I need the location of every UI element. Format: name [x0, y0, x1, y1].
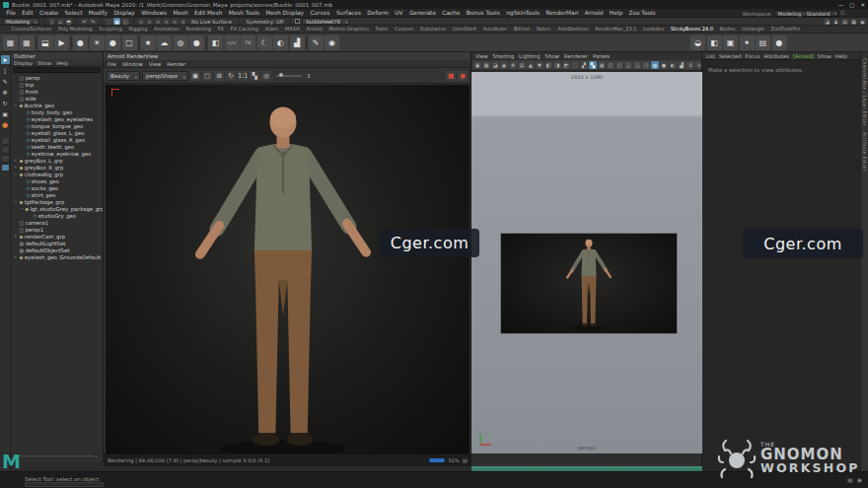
outliner-tree-row[interactable]: − ◈ Buckle_geo: [11, 102, 103, 108]
shelf-tab[interactable]: Sculpting: [96, 26, 125, 33]
shelf-tool-icon[interactable]: ☀: [90, 35, 105, 50]
shelf-tool-icon[interactable]: ●: [73, 35, 88, 50]
menu-item[interactable]: Edit: [19, 10, 36, 16]
sidebar-toggle-icon[interactable]: ◪: [824, 18, 831, 25]
minimize-button[interactable]: —: [838, 2, 844, 8]
outliner-tree-row[interactable]: ◇ socks_geo: [11, 184, 103, 191]
ae-menu-item[interactable]: Selected: [719, 53, 742, 58]
expand-toggle-icon[interactable]: +: [13, 254, 18, 259]
shelf-tab[interactable]: Motion Graphics: [326, 26, 372, 33]
tool-icon[interactable]: ➤: [1, 55, 10, 64]
viewport-toolbar-icon[interactable]: ◉: [500, 61, 508, 69]
shelf-tool-icon[interactable]: ●: [772, 35, 787, 50]
outliner-tree-row[interactable]: ◇ eyeball_glass_L_geo: [11, 129, 103, 136]
shelf-tool-icon[interactable]: ●: [189, 35, 204, 50]
viewport-toolbar-icon[interactable]: ◩: [562, 61, 570, 69]
tool-icon[interactable]: ▣: [1, 109, 10, 118]
menu-item[interactable]: File: [3, 10, 19, 16]
viewport-toolbar-icon[interactable]: ◲: [633, 61, 641, 69]
menu-item[interactable]: ngSkinTools: [503, 10, 542, 16]
scroll-right-arrow[interactable]: ▸: [96, 453, 98, 458]
arnold-menu-item[interactable]: Window: [122, 61, 143, 66]
outliner-tree-row[interactable]: + ◈ greyBox_L_grp: [11, 157, 103, 164]
menu-item[interactable]: RenderMan: [542, 10, 581, 16]
close-button[interactable]: ✕: [860, 2, 865, 8]
outliner-tree-row[interactable]: ▦ defaultLightSet: [11, 240, 103, 246]
viewport-toolbar-icon[interactable]: ▤: [518, 61, 526, 69]
arnold-menu-item[interactable]: View: [149, 61, 162, 66]
outliner-tree-row[interactable]: ◫ persp: [11, 74, 103, 81]
outliner-tree-row[interactable]: ◇ body_body_geo: [11, 108, 103, 115]
menu-item[interactable]: Help: [607, 10, 626, 16]
ae-menu-item[interactable]: Attributes: [763, 53, 789, 58]
tool-icon[interactable]: ↻: [1, 99, 10, 107]
arnold-toolbar-icon[interactable]: ◎: [261, 71, 271, 81]
shelf-tool-icon[interactable]: ✦: [740, 35, 755, 50]
outliner-tree-row[interactable]: ◇ shirt_geo: [11, 191, 103, 198]
history-icon[interactable]: ↶: [81, 18, 88, 25]
expand-toggle-icon[interactable]: −: [13, 172, 18, 176]
menu-item[interactable]: Deform: [364, 10, 392, 16]
viewport-toolbar-icon[interactable]: ◱: [624, 61, 632, 69]
menu-item[interactable]: Edit Mesh: [191, 10, 226, 16]
expand-toggle-icon[interactable]: +: [13, 158, 18, 163]
snap-icon[interactable]: ∩: [163, 18, 170, 25]
lock-icon[interactable]: ⚿: [840, 10, 844, 17]
outliner-tree-row[interactable]: ◫ side: [11, 95, 103, 102]
shelf-tab[interactable]: Bifrost: [511, 26, 534, 33]
shelf-tab[interactable]: Curves/Surfaces: [8, 26, 54, 33]
outliner-tree-row[interactable]: ◇ teeth_teeth_geo: [11, 143, 103, 150]
expand-toggle-icon[interactable]: +: [13, 165, 18, 170]
expand-toggle-icon[interactable]: −: [13, 199, 18, 204]
outliner-tree-row[interactable]: − ◈ clothesRig_grp: [11, 171, 103, 177]
selection-mask-icon[interactable]: ◱: [122, 18, 129, 25]
viewport-menu-item[interactable]: View: [475, 53, 488, 59]
viewport-toolbar-icon[interactable]: ▣: [473, 61, 481, 69]
shelf-tool-icon[interactable]: ☾: [257, 35, 272, 50]
outliner-tree-row[interactable]: ◇ eyeball_glass_R_geo: [11, 136, 103, 143]
viewport-toolbar-icon[interactable]: ◐: [669, 61, 677, 69]
arnold-menu-item[interactable]: Render: [167, 61, 185, 66]
file-op-icon[interactable]: ▱: [57, 18, 64, 25]
menu-item[interactable]: UV: [392, 10, 406, 16]
shelf-tab[interactable]: Fabric: [534, 26, 555, 33]
arnold-toolbar-icon[interactable]: 1:1: [238, 71, 248, 81]
shelf-tool-icon[interactable]: ◧: [208, 35, 223, 50]
tool-icon[interactable]: ✎: [1, 77, 10, 86]
menu-item[interactable]: Mesh: [170, 10, 191, 16]
shelf-tab[interactable]: Arnold: [303, 26, 326, 33]
viewport-toolbar-icon[interactable]: ◪: [491, 61, 499, 69]
aov-dropdown[interactable]: Beauty: [107, 71, 140, 81]
viewport-toolbar-icon[interactable]: ▼: [536, 61, 543, 69]
viewport-toolbar-icon[interactable]: ▟: [678, 61, 686, 69]
snap-icon[interactable]: ∩: [138, 18, 145, 25]
arnold-toolbar-icon[interactable]: ▢: [202, 71, 212, 81]
shelf-tool-icon[interactable]: ▟: [290, 35, 305, 50]
viewport-toolbar-icon[interactable]: ◧: [544, 61, 552, 69]
outliner-tree-row[interactable]: ◇ studioGry_geo: [11, 212, 103, 219]
outliner-tree-row[interactable]: + ◈ renderCam_grp: [11, 233, 103, 240]
snap-icon[interactable]: ∩: [155, 18, 162, 25]
shelf-tab[interactable]: AdvSkeleton: [554, 26, 592, 33]
shelf-tab[interactable]: Paint: [372, 26, 391, 33]
viewport-toolbar-icon[interactable]: ◫: [607, 61, 615, 69]
viewport-toolbar-icon[interactable]: ●: [660, 61, 668, 69]
layout-four-pane-button[interactable]: [1, 146, 10, 154]
shelf-tool-icon[interactable]: [36, 36, 36, 49]
shelf-tab[interactable]: AutoRuler: [479, 26, 510, 33]
viewport-toolbar-icon[interactable]: ◨: [553, 61, 561, 69]
shelf-tab[interactable]: Nodes: [716, 26, 738, 33]
command-line-input[interactable]: [25, 482, 104, 487]
file-op-icon[interactable]: ⬒: [65, 18, 72, 25]
outliner-menu-item[interactable]: Show: [37, 60, 51, 64]
shelf-tab[interactable]: ZooToolsPro: [767, 26, 804, 33]
shelf-tool-icon[interactable]: ▤: [756, 35, 770, 50]
viewport-toolbar-icon[interactable]: ✥: [509, 61, 517, 69]
shelf-tool-icon[interactable]: [71, 36, 72, 49]
shelf-tool-icon[interactable]: </>: [225, 35, 240, 50]
outliner-tree-row[interactable]: ◇ eyebrow_eyebrow_geo: [11, 150, 103, 157]
shelf-tab[interactable]: XGen: [261, 26, 281, 33]
menu-item[interactable]: Create: [36, 10, 62, 16]
viewport-menu-item[interactable]: Show: [545, 53, 559, 59]
shelf-tool-icon[interactable]: [206, 36, 207, 49]
